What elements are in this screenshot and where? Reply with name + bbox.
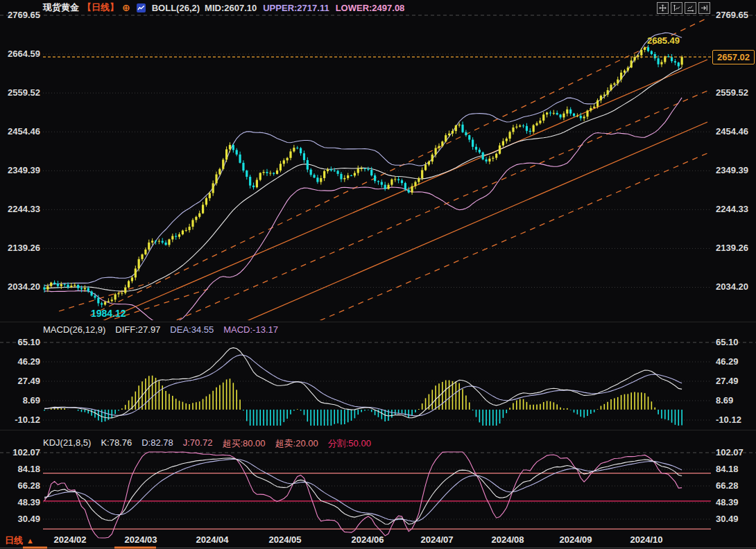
candle-body <box>610 85 612 90</box>
trend-line[interactable] <box>90 18 707 315</box>
period-tag: 【日线】 <box>83 1 119 14</box>
candle-body <box>418 178 420 182</box>
y-axis-scale-button[interactable] <box>671 2 682 14</box>
kdj-k-line <box>44 458 682 524</box>
period-selector-button[interactable]: 日线 ▲ <box>5 534 34 547</box>
y-axis-scale-icon <box>673 4 680 12</box>
candle-body <box>189 227 191 230</box>
candle-body <box>472 140 474 147</box>
candle-body <box>303 153 305 160</box>
candle-body <box>46 286 49 290</box>
candle-body <box>104 302 106 305</box>
candle-body <box>620 73 622 80</box>
candle-body <box>67 285 69 288</box>
y-axis-label: 102.07 <box>0 447 40 458</box>
candle-body <box>249 177 251 186</box>
candle-body <box>168 239 170 245</box>
candle-body <box>80 288 83 290</box>
candle-body <box>148 243 150 250</box>
period-label: 日线 <box>5 534 23 547</box>
macd-dea-value: DEA:34.55 <box>170 324 214 335</box>
trend-line[interactable] <box>43 60 707 347</box>
candle-body <box>381 182 383 184</box>
price-chart-canvas[interactable] <box>0 0 756 549</box>
candle-body <box>124 288 126 293</box>
candle-body <box>596 101 599 107</box>
kdj-j-line <box>44 452 682 538</box>
candle-body <box>607 90 609 94</box>
y-axis-label: 65.10 <box>716 337 756 348</box>
candle-body <box>533 125 535 132</box>
candle-body <box>559 114 561 117</box>
kdj-name: KDJ(21,8,5) <box>43 437 91 450</box>
candle-body <box>259 173 261 180</box>
candle-body <box>144 250 146 254</box>
y-axis-right: 2769.652664.592559.522454.462349.392244.… <box>716 0 756 549</box>
candle-body <box>535 123 538 125</box>
candle-body <box>424 165 427 171</box>
y-axis-label: 30.49 <box>0 514 40 525</box>
boll-upper-line <box>44 33 682 286</box>
trend-line[interactable] <box>43 122 707 409</box>
candle-body <box>74 285 76 286</box>
candle-body <box>482 152 484 159</box>
macd-name: MACD(26,12,9) <box>43 324 105 335</box>
candle-body <box>458 125 461 125</box>
kdj-d-line <box>44 459 682 521</box>
x-axis-label: 2024/07 <box>413 534 461 545</box>
candle-body <box>57 284 59 286</box>
candle-body <box>488 159 490 162</box>
candle-body <box>465 132 467 135</box>
candle-body <box>357 168 359 173</box>
candle-body <box>354 173 356 176</box>
x-axis-scale-button[interactable] <box>685 2 696 14</box>
candle-body <box>111 299 113 301</box>
candle-body <box>162 241 164 243</box>
candle-body <box>408 190 410 193</box>
pan-tool-button[interactable] <box>657 2 669 14</box>
candle-body <box>64 284 66 285</box>
y-axis-label: 2244.33 <box>716 204 756 215</box>
y-axis-label: 2769.65 <box>716 10 756 21</box>
candle-body <box>448 134 450 135</box>
candle-body <box>387 185 389 189</box>
boll-mid-line <box>44 68 682 292</box>
jump-to-latest-button[interactable] <box>698 2 710 14</box>
candle-body <box>242 163 244 171</box>
y-axis-label: 46.29 <box>0 356 40 367</box>
candle-body <box>640 50 642 55</box>
y-axis-label: 2349.39 <box>0 165 40 176</box>
candle-body <box>495 154 497 158</box>
candle-body <box>316 177 318 182</box>
candle-body <box>347 175 349 178</box>
candle-body <box>566 110 568 114</box>
trend-line[interactable] <box>114 289 208 319</box>
candle-body <box>43 288 45 290</box>
candle-body <box>654 54 656 58</box>
x-axis-label: 2024/05 <box>261 534 309 545</box>
kdj-k-value: K:78.76 <box>101 437 132 450</box>
candle-body <box>390 180 393 185</box>
expand-symbol-icon[interactable]: ⊕ <box>122 3 130 12</box>
candle-body <box>671 57 673 61</box>
macd-hist-value: MACD:-13.17 <box>223 324 278 335</box>
candle-body <box>121 293 123 294</box>
candle-body <box>178 234 180 237</box>
candle-body <box>401 180 403 183</box>
triangle-up-icon: ▲ <box>26 537 34 545</box>
candle-body <box>313 175 315 177</box>
candle-body <box>229 145 231 149</box>
x-axis-label: 2024/09 <box>552 534 599 545</box>
x-axis-label: 2024/04 <box>189 534 236 545</box>
candle-body <box>681 57 683 64</box>
candle-body <box>542 114 544 121</box>
candle-body <box>485 159 487 162</box>
candle-body <box>330 169 332 171</box>
boll-label: BOLL(26,2) <box>152 3 200 13</box>
candle-body <box>117 293 119 295</box>
candle-body <box>327 169 329 171</box>
candle-body <box>191 220 194 227</box>
candle-body <box>667 56 669 57</box>
kdj-header: KDJ(21,8,5) K:78.76 D:82.78 J:70.72 超买:8… <box>43 437 371 450</box>
candle-body <box>323 171 325 178</box>
